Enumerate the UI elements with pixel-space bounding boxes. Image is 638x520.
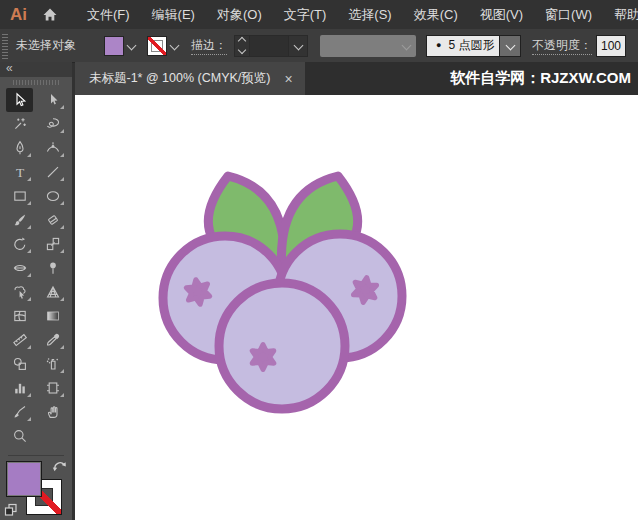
type-tool-icon: T bbox=[12, 164, 28, 180]
home-button[interactable] bbox=[42, 7, 58, 22]
menu-help[interactable]: 帮助(H) bbox=[603, 6, 638, 24]
menu-type[interactable]: 文字(T) bbox=[273, 6, 338, 24]
tool-type[interactable]: T bbox=[6, 160, 33, 184]
paintbrush-icon bbox=[12, 212, 28, 228]
panel-grip[interactable] bbox=[2, 33, 8, 59]
menu-object[interactable]: 对象(O) bbox=[206, 6, 273, 24]
collapse-panel-button[interactable]: « bbox=[6, 61, 13, 75]
menu-select[interactable]: 选择(S) bbox=[337, 6, 402, 24]
control-bar: 未选择对象 描边： ● 5 点圆形 不透 bbox=[0, 29, 638, 63]
tool-eraser[interactable] bbox=[39, 208, 66, 232]
width-profile-dropdown bbox=[320, 35, 416, 57]
tool-magic-wand[interactable] bbox=[6, 112, 33, 136]
magnifier-icon bbox=[12, 428, 28, 444]
fill-swatch[interactable] bbox=[6, 461, 42, 497]
scale-icon bbox=[45, 236, 61, 252]
tool-gradient[interactable] bbox=[39, 304, 66, 328]
stroke-weight-stepper[interactable] bbox=[234, 35, 308, 57]
tool-column-graph[interactable] bbox=[6, 376, 33, 400]
tool-zoom[interactable] bbox=[6, 424, 33, 448]
menu-edit[interactable]: 编辑(E) bbox=[141, 6, 206, 24]
opacity-input[interactable]: 100 bbox=[596, 35, 626, 57]
tool-hand[interactable] bbox=[39, 400, 66, 424]
stepper-up-icon[interactable] bbox=[238, 37, 246, 45]
gradient-icon bbox=[45, 308, 61, 324]
brush-definition-dropdown[interactable]: ● 5 点圆形 bbox=[426, 35, 521, 57]
tool-eyedropper[interactable] bbox=[39, 328, 66, 352]
document-tab[interactable]: 未标题-1* @ 100% (CMYK/预览) × bbox=[75, 62, 305, 95]
svg-text:T: T bbox=[15, 165, 24, 180]
stroke-chevron-icon[interactable] bbox=[170, 41, 180, 51]
chevron-down-icon bbox=[505, 41, 515, 51]
stepper-down-icon[interactable] bbox=[238, 46, 246, 54]
swap-fill-stroke-icon[interactable] bbox=[52, 459, 67, 473]
default-fill-stroke-icon[interactable] bbox=[4, 503, 18, 517]
opacity-panel-link[interactable]: 不透明度： bbox=[532, 37, 592, 55]
fill-color-swatch[interactable] bbox=[104, 36, 124, 56]
berry-front[interactable] bbox=[219, 283, 345, 409]
tool-pen[interactable] bbox=[6, 136, 33, 160]
chevron-down-icon bbox=[402, 41, 412, 51]
shape-builder-icon bbox=[12, 284, 28, 300]
tool-ellipse[interactable] bbox=[39, 184, 66, 208]
tool-measure[interactable] bbox=[6, 328, 33, 352]
artboard-canvas[interactable] bbox=[75, 95, 638, 520]
pen-icon bbox=[12, 140, 28, 156]
tool-width[interactable] bbox=[6, 256, 33, 280]
tool-empty-slot bbox=[39, 424, 66, 448]
tool-rectangle[interactable] bbox=[6, 184, 33, 208]
eyedropper-icon bbox=[45, 332, 61, 348]
menu-window[interactable]: 窗口(W) bbox=[534, 6, 603, 24]
tool-mesh[interactable] bbox=[6, 304, 33, 328]
tools-panel-grip[interactable] bbox=[0, 77, 72, 88]
stroke-weight-dropdown[interactable] bbox=[288, 36, 307, 56]
selection-arrow-icon bbox=[12, 92, 28, 108]
tool-blend[interactable] bbox=[6, 352, 33, 376]
tool-artboard[interactable] bbox=[39, 376, 66, 400]
perspective-grid-icon bbox=[45, 284, 61, 300]
menu-view[interactable]: 视图(V) bbox=[469, 6, 534, 24]
stroke-panel-link[interactable]: 描边： bbox=[191, 37, 227, 55]
tools-panel-header: « bbox=[0, 62, 72, 77]
width-tool-icon bbox=[12, 260, 28, 276]
curvature-pen-icon bbox=[45, 140, 61, 156]
stroke-color-swatch[interactable] bbox=[147, 36, 167, 56]
stroke-weight-input[interactable] bbox=[250, 36, 288, 56]
menu-file[interactable]: 文件(F) bbox=[76, 6, 141, 24]
tool-scale[interactable] bbox=[39, 232, 66, 256]
tool-shape-builder[interactable] bbox=[6, 280, 33, 304]
document-tab-bar: 未标题-1* @ 100% (CMYK/预览) × 软件自学网：RJZXW.CO… bbox=[75, 62, 638, 95]
close-icon[interactable]: × bbox=[284, 72, 292, 86]
menu-effect[interactable]: 效果(C) bbox=[403, 6, 469, 24]
brush-dropdown-button[interactable] bbox=[499, 36, 520, 56]
tool-selection[interactable] bbox=[6, 88, 33, 112]
app-logo: Ai bbox=[10, 5, 27, 25]
eraser-icon bbox=[45, 212, 61, 228]
tool-slice[interactable] bbox=[6, 400, 33, 424]
fill-chevron-icon[interactable] bbox=[127, 41, 137, 51]
magic-wand-icon bbox=[12, 116, 28, 132]
menu-bar: Ai 文件(F) 编辑(E) 对象(O) 文字(T) 选择(S) 效果(C) 视… bbox=[0, 0, 638, 29]
stepper-arrows[interactable] bbox=[235, 36, 250, 56]
tool-lasso[interactable] bbox=[39, 112, 66, 136]
tool-puppet-warp[interactable] bbox=[39, 256, 66, 280]
tool-perspective-grid[interactable] bbox=[39, 280, 66, 304]
blueberry-artwork[interactable] bbox=[140, 160, 420, 430]
tool-symbol-sprayer[interactable] bbox=[39, 352, 66, 376]
tool-curvature[interactable] bbox=[39, 136, 66, 160]
selection-status: 未选择对象 bbox=[16, 37, 76, 54]
document-area: 未标题-1* @ 100% (CMYK/预览) × 软件自学网：RJZXW.CO… bbox=[75, 62, 638, 520]
tool-rotate[interactable] bbox=[6, 232, 33, 256]
tool-direct-selection[interactable] bbox=[39, 88, 66, 112]
main-menu: 文件(F) 编辑(E) 对象(O) 文字(T) 选择(S) 效果(C) 视图(V… bbox=[76, 6, 638, 24]
watermark-text: 软件自学网：RJZXW.COM bbox=[450, 69, 638, 88]
tool-line-segment[interactable] bbox=[39, 160, 66, 184]
tool-paintbrush[interactable] bbox=[6, 208, 33, 232]
tools-panel: « bbox=[0, 62, 72, 520]
ruler-icon bbox=[12, 332, 28, 348]
puppet-pin-icon bbox=[45, 260, 61, 276]
brush-name: 5 点圆形 bbox=[448, 37, 494, 54]
bar-chart-icon bbox=[12, 380, 28, 396]
ellipse-icon bbox=[45, 188, 61, 204]
mesh-icon bbox=[12, 308, 28, 324]
